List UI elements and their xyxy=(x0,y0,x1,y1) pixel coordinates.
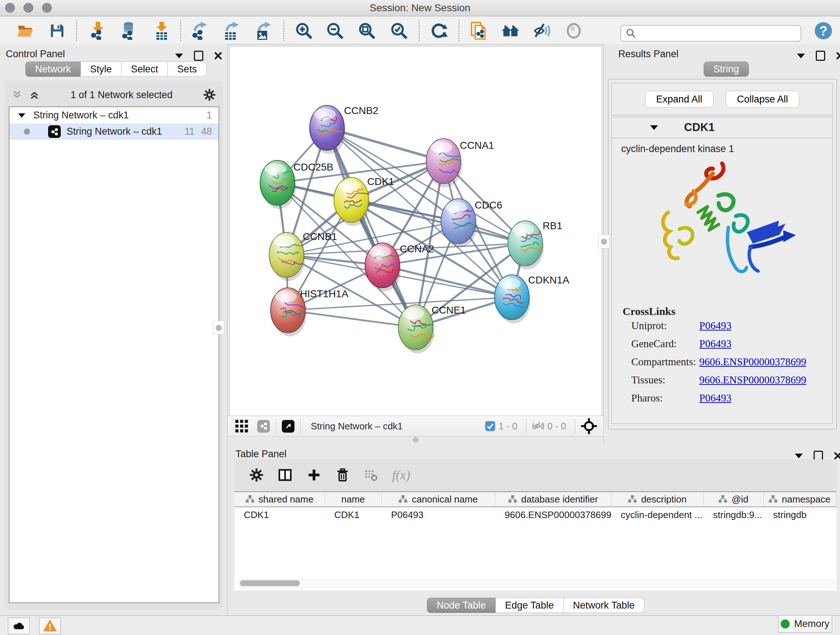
close-panel-icon[interactable] xyxy=(214,52,222,60)
column-header-name[interactable]: name xyxy=(325,492,382,507)
gene-header[interactable]: CDK1 xyxy=(612,117,832,138)
export-image-icon[interactable] xyxy=(253,21,272,40)
close-panel-icon[interactable] xyxy=(836,52,840,60)
table-settings-gear-icon[interactable] xyxy=(249,468,264,482)
collapse-all-icon[interactable] xyxy=(11,89,22,100)
crosslink-link[interactable]: P06493 xyxy=(699,338,731,349)
import-network-database-icon[interactable] xyxy=(119,21,138,40)
save-session-icon[interactable] xyxy=(48,21,66,40)
tab-select[interactable]: Select xyxy=(122,62,168,77)
hierarchy-icon xyxy=(399,495,407,504)
network-collection-row[interactable]: String Network – cdk1 1 xyxy=(9,107,218,124)
right-splitter-grip[interactable] xyxy=(598,234,609,249)
float-panel-icon[interactable] xyxy=(797,54,805,58)
tab-node-table[interactable]: Node Table xyxy=(427,598,496,613)
left-splitter-grip[interactable] xyxy=(213,321,224,334)
network-node-CCNE1[interactable] xyxy=(398,305,434,353)
maximize-panel-icon[interactable] xyxy=(194,51,203,61)
crosslink-row: Tissues:9606.ENSP00000378699 xyxy=(622,374,832,386)
table-cell[interactable]: CDK1 xyxy=(325,507,382,523)
scrollbar-thumb[interactable] xyxy=(240,580,300,586)
show-hide-graphics-icon[interactable] xyxy=(533,21,552,40)
table-cell[interactable]: 9606.ENSP00000378699 xyxy=(495,507,611,523)
gear-icon[interactable] xyxy=(203,89,216,101)
maximize-panel-icon[interactable] xyxy=(816,51,825,61)
column-header-database-identifier[interactable]: database identifier xyxy=(495,492,611,507)
network-canvas[interactable]: CCNB2CCNA1CDC25BCDK1CDC6RB1CCNB1CCNA2CDK… xyxy=(229,46,602,416)
grid-view-icon[interactable] xyxy=(235,419,248,433)
collection-expand-icon[interactable] xyxy=(18,113,25,118)
help-icon[interactable]: ? xyxy=(814,21,833,40)
node-table[interactable]: shared namenamecanonical namedatabase id… xyxy=(234,491,836,591)
expand-all-icon[interactable] xyxy=(29,89,40,100)
horizontal-scrollbar[interactable] xyxy=(237,580,834,587)
table-cell[interactable]: stringdb xyxy=(764,507,836,523)
expand-all-button[interactable]: Expand All xyxy=(645,91,714,108)
export-network-icon[interactable] xyxy=(190,21,209,40)
network-node-CDKN1A[interactable] xyxy=(494,275,531,323)
crosslink-link[interactable]: 9606.ENSP00000378699 xyxy=(699,356,806,367)
gene-expand-icon[interactable] xyxy=(650,125,658,130)
network-node-CDC25B[interactable] xyxy=(260,160,296,209)
network-graph[interactable]: CCNB2CCNA1CDC25BCDK1CDC6RB1CCNB1CCNA2CDK… xyxy=(230,47,602,416)
network-row[interactable]: String Network – cdk1 11 48 xyxy=(9,124,218,140)
zoom-out-icon[interactable] xyxy=(325,21,344,40)
network-node-CDK1[interactable] xyxy=(334,177,370,226)
import-table-file-icon[interactable] xyxy=(152,21,171,40)
network-node-CDC6[interactable] xyxy=(441,199,477,247)
table-cell[interactable]: CDK1 xyxy=(234,507,325,523)
column-header-description[interactable]: description xyxy=(611,492,704,507)
tab-string[interactable]: String xyxy=(704,62,749,77)
network-node-CCNB1[interactable] xyxy=(269,233,305,281)
table-cell[interactable]: P06493 xyxy=(382,507,495,523)
crosslink-link[interactable]: 9606.ENSP00000378699 xyxy=(699,374,806,386)
show-columns-icon[interactable] xyxy=(278,468,292,482)
network-node-CCNB2[interactable] xyxy=(309,105,346,154)
network-node-CCNA2[interactable] xyxy=(365,243,401,291)
collapse-all-button[interactable]: Collapse All xyxy=(726,91,799,108)
column-header-canonical-name[interactable]: canonical name xyxy=(382,492,495,507)
refresh-icon[interactable] xyxy=(429,21,448,40)
eye-icon xyxy=(564,21,583,40)
copy-network-icon[interactable] xyxy=(469,21,488,40)
network-view-share-icon[interactable] xyxy=(257,420,270,432)
table-row[interactable]: CDK1CDK1P064939606.ENSP00000378699cyclin… xyxy=(234,507,836,523)
tab-sets[interactable]: Sets xyxy=(168,62,207,77)
float-panel-icon[interactable] xyxy=(795,454,803,458)
table-header-row: shared namenamecanonical namedatabase id… xyxy=(234,492,836,507)
tab-style[interactable]: Style xyxy=(81,62,122,77)
column-header-shared-name[interactable]: shared name xyxy=(234,492,325,507)
first-neighbors-icon[interactable] xyxy=(501,21,520,40)
table-cell[interactable]: cyclin-dependent ... xyxy=(611,507,704,523)
warning-button[interactable] xyxy=(39,618,61,634)
zoom-in-icon[interactable] xyxy=(294,21,313,40)
zoom-selected-icon[interactable] xyxy=(390,21,409,40)
crosslink-link[interactable]: P06493 xyxy=(699,392,731,404)
horizontal-splitter[interactable] xyxy=(227,436,603,443)
open-session-icon[interactable] xyxy=(16,21,35,40)
selected-checkbox-icon[interactable] xyxy=(485,421,496,432)
window-title: Session: New Session xyxy=(0,2,840,14)
close-panel-icon[interactable] xyxy=(834,452,840,460)
export-table-icon[interactable] xyxy=(221,21,240,40)
search-input[interactable] xyxy=(636,27,801,40)
cloud-button[interactable] xyxy=(8,618,30,634)
crosslink-link[interactable]: P06493 xyxy=(699,320,731,331)
table-cell[interactable]: stringdb:9... xyxy=(704,507,764,523)
tab-edge-table[interactable]: Edge Table xyxy=(496,598,564,613)
splitter-handle-icon[interactable] xyxy=(413,437,418,443)
tab-network[interactable]: Network xyxy=(25,62,81,77)
network-node-RB1[interactable] xyxy=(508,221,544,269)
add-column-icon[interactable] xyxy=(307,468,321,482)
float-panel-icon[interactable] xyxy=(175,54,183,58)
column-header-namespace[interactable]: namespace xyxy=(764,492,836,507)
memory-button[interactable]: Memory xyxy=(778,615,832,632)
birdseye-view-icon[interactable] xyxy=(282,420,294,432)
zoom-fit-icon[interactable] xyxy=(357,21,376,40)
network-edge-HIST1H1A-CCNE1[interactable] xyxy=(288,310,416,327)
import-network-file-icon[interactable] xyxy=(88,21,107,40)
tab-network-table[interactable]: Network Table xyxy=(564,598,645,613)
crosshair-icon[interactable] xyxy=(581,418,597,434)
delete-column-trash-icon[interactable] xyxy=(336,468,349,482)
column-header--id[interactable]: @id xyxy=(704,492,764,507)
